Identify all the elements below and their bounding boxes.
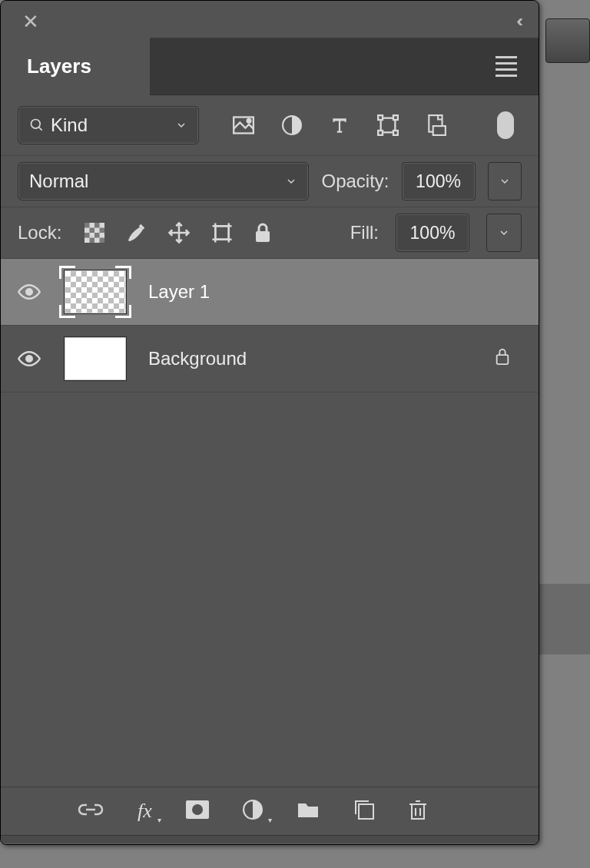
group-layers-icon[interactable] (297, 800, 320, 822)
tab-label: Layers (27, 55, 91, 78)
layer-filter-row: Kind (1, 95, 539, 156)
lock-position-icon[interactable] (167, 221, 191, 244)
svg-rect-8 (378, 131, 383, 135)
svg-rect-36 (359, 804, 373, 819)
search-icon (29, 118, 45, 133)
smartobject-layer-icon[interactable] (426, 114, 446, 136)
adjustment-layer-icon[interactable] (282, 115, 302, 135)
lock-pixels-icon[interactable] (124, 221, 148, 244)
visibility-icon[interactable] (16, 284, 42, 300)
svg-point-34 (192, 804, 203, 815)
shape-layer-icon[interactable] (377, 114, 399, 136)
svg-rect-9 (393, 131, 398, 135)
svg-rect-18 (94, 233, 100, 238)
filter-kind-label: Kind (51, 114, 88, 136)
panel-resize-grip[interactable] (1, 835, 539, 844)
blend-mode-dropdown[interactable]: Normal (18, 162, 309, 200)
fill-input[interactable]: 100% (396, 214, 469, 252)
svg-rect-31 (497, 355, 509, 364)
svg-line-1 (39, 128, 42, 131)
layer-mask-icon[interactable] (186, 800, 209, 822)
panel-tab-row: Layers (1, 38, 539, 95)
tool-peek (545, 18, 590, 63)
layer-row[interactable]: Background (1, 326, 539, 393)
svg-point-0 (31, 120, 41, 129)
delete-layer-icon[interactable] (409, 799, 427, 823)
svg-rect-15 (90, 228, 95, 234)
svg-rect-13 (85, 223, 90, 228)
lock-fill-row: Lock: Fill: 100% (1, 207, 539, 259)
svg-rect-7 (393, 115, 398, 120)
svg-rect-19 (90, 238, 95, 244)
new-layer-icon[interactable] (353, 799, 375, 823)
filter-type-icons (233, 111, 514, 139)
svg-rect-14 (94, 223, 100, 228)
filter-kind-dropdown[interactable]: Kind (18, 106, 199, 144)
panel-menu-icon[interactable] (496, 56, 517, 77)
svg-rect-28 (256, 231, 270, 242)
tab-layers[interactable]: Layers (1, 38, 150, 95)
svg-point-3 (247, 119, 251, 123)
opacity-stepper[interactable] (488, 162, 522, 200)
chevron-down-icon (175, 119, 187, 131)
adjustment-layer-button-icon[interactable]: ▾ (243, 800, 263, 823)
filter-toggle-switch[interactable] (497, 111, 514, 139)
right-gutter (539, 0, 590, 868)
layer-name: Layer 1 (148, 281, 210, 303)
layers-list: Layer 1 Background (1, 259, 539, 787)
lock-label: Lock: (18, 222, 61, 244)
svg-point-29 (26, 289, 32, 295)
fill-value: 100% (410, 223, 456, 244)
opacity-input[interactable]: 100% (402, 162, 476, 200)
layer-row[interactable]: Layer 1 (1, 259, 539, 326)
layer-thumbnail[interactable] (59, 333, 131, 385)
blend-opacity-row: Normal Opacity: 100% (1, 156, 539, 207)
link-layers-icon[interactable] (78, 802, 104, 820)
close-icon[interactable]: ✕ (22, 10, 39, 34)
fill-stepper[interactable] (486, 214, 522, 252)
lock-artboard-icon[interactable] (210, 221, 234, 244)
panel-titlebar: ✕ ‹‹ (1, 1, 539, 38)
layer-name: Background (148, 348, 247, 369)
layer-style-icon[interactable]: fx▾ (138, 800, 152, 823)
svg-rect-17 (85, 233, 90, 238)
panel-footer: fx▾ ▾ (1, 787, 539, 835)
image-layer-icon[interactable] (233, 116, 254, 134)
lock-all-icon[interactable] (254, 222, 272, 244)
svg-rect-16 (100, 228, 105, 234)
type-layer-icon[interactable] (330, 115, 350, 135)
fill-label: Fill: (350, 222, 379, 244)
svg-point-30 (26, 356, 32, 362)
svg-rect-37 (412, 804, 424, 819)
opacity-label: Opacity: (321, 171, 389, 192)
layers-panel: ✕ ‹‹ Layers Kind Normal Opacity: 10 (0, 0, 539, 845)
svg-rect-23 (216, 226, 230, 240)
layer-thumbnail[interactable] (59, 266, 131, 318)
lock-icon[interactable] (494, 346, 511, 371)
blend-mode-value: Normal (29, 171, 88, 192)
chevron-down-icon (285, 175, 297, 187)
collapse-icon[interactable]: ‹‹ (516, 12, 519, 31)
svg-rect-20 (100, 238, 105, 244)
svg-rect-11 (433, 126, 446, 135)
visibility-icon[interactable] (16, 351, 42, 366)
lock-transparency-icon[interactable] (85, 223, 104, 243)
opacity-value: 100% (416, 171, 461, 192)
svg-rect-6 (378, 115, 383, 120)
